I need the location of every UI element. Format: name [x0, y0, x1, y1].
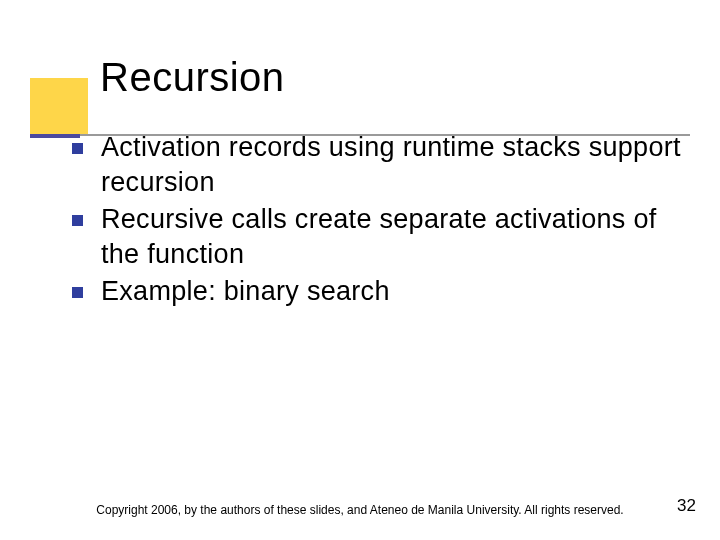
list-item: Example: binary search [72, 274, 690, 309]
bullet-text: Activation records using runtime stacks … [101, 130, 690, 200]
bullet-square-icon [72, 143, 83, 154]
title-underline [30, 134, 690, 138]
title-accent-box [30, 78, 88, 136]
title-underline-purple [30, 134, 80, 138]
slide-body: Activation records using runtime stacks … [0, 100, 720, 309]
bullet-square-icon [72, 287, 83, 298]
slide-title: Recursion [100, 55, 720, 100]
title-underline-gray [30, 134, 690, 136]
bullet-text: Recursive calls create separate activati… [101, 202, 690, 272]
bullet-text: Example: binary search [101, 274, 390, 309]
slide: Recursion Activation records using runti… [0, 0, 720, 540]
list-item: Activation records using runtime stacks … [72, 130, 690, 200]
page-number: 32 [677, 496, 696, 516]
copyright-footer: Copyright 2006, by the authors of these … [0, 503, 720, 518]
list-item: Recursive calls create separate activati… [72, 202, 690, 272]
bullet-square-icon [72, 215, 83, 226]
slide-header: Recursion [0, 0, 720, 100]
